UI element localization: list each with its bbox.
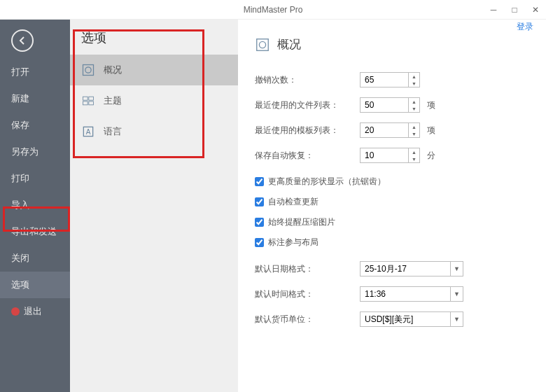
hq-shapes-checkbox[interactable]: 更高质量的形状显示（抗锯齿） — [255, 176, 532, 188]
currency-label: 默认货币单位： — [255, 314, 360, 326]
checkbox-label: 自动检查更新 — [268, 196, 318, 208]
spinner-up-icon[interactable]: ▲ — [409, 98, 419, 105]
recent-files-input[interactable] — [360, 97, 409, 113]
date-format-label: 默认日期格式： — [255, 263, 360, 275]
subpanel-item-language[interactable]: A 语言 — [70, 116, 238, 147]
sidebar-item-label: 打开 — [11, 66, 29, 78]
spinner-up-icon[interactable]: ▲ — [409, 148, 419, 155]
sidebar-item-label: 导入 — [11, 199, 29, 211]
content-panel: 概况 撤销次数： ▲▼ 最近使用的文件列表： ▲▼ 项 最近使用的模板列表： ▲… — [238, 20, 546, 392]
general-icon — [81, 63, 95, 77]
checkbox-input[interactable] — [255, 238, 264, 247]
autosave-input[interactable] — [360, 148, 409, 163]
date-format-combo[interactable]: ▼ — [360, 261, 463, 276]
general-icon — [255, 37, 270, 52]
app-title: MindMaster Pro — [244, 5, 303, 15]
checkbox-input[interactable] — [255, 177, 264, 186]
autosave-label: 保存自动恢复： — [255, 150, 360, 162]
arrow-left-icon — [17, 35, 28, 46]
recent-files-label: 最近使用的文件列表： — [255, 99, 360, 111]
maximize-button[interactable]: □ — [504, 0, 525, 20]
undo-label: 撤销次数： — [255, 74, 360, 86]
svg-rect-5 — [89, 102, 94, 105]
spinner-down-icon[interactable]: ▼ — [409, 155, 419, 162]
checkbox-input[interactable] — [255, 197, 264, 206]
recent-templates-spinner[interactable]: ▲▼ — [360, 122, 420, 138]
dropdown-icon[interactable]: ▼ — [451, 312, 463, 327]
spinner-down-icon[interactable]: ▼ — [409, 105, 419, 112]
time-format-combo[interactable]: ▼ — [360, 286, 463, 302]
sidebar-item-saveas[interactable]: 另存为 — [0, 139, 70, 165]
sidebar-item-export[interactable]: 导出和发送 — [0, 218, 70, 245]
svg-point-1 — [85, 67, 91, 73]
sidebar-item-label: 导出和发送 — [11, 225, 57, 238]
subpanel-item-label: 概况 — [104, 64, 122, 76]
subpanel-item-theme[interactable]: 主题 — [70, 85, 238, 116]
spinner-down-icon[interactable]: ▼ — [409, 130, 419, 137]
exit-indicator-icon — [11, 307, 20, 316]
unit-label: 项 — [427, 125, 435, 136]
options-subpanel: 选项 概况 主题 A 语言 — [70, 20, 238, 392]
autosave-spinner[interactable]: ▲▼ — [360, 148, 420, 163]
checkbox-label: 标注参与布局 — [268, 237, 318, 248]
sidebar-item-save[interactable]: 保存 — [0, 112, 70, 139]
svg-point-9 — [259, 41, 265, 48]
currency-input[interactable] — [360, 312, 451, 327]
subpanel-item-label: 语言 — [104, 125, 122, 138]
sidebar-item-label: 保存 — [11, 119, 29, 132]
recent-templates-input[interactable] — [360, 122, 409, 138]
sidebar-item-new[interactable]: 新建 — [0, 85, 70, 112]
content-title: 概况 — [277, 36, 301, 52]
svg-rect-2 — [83, 97, 88, 100]
checkbox-label: 更高质量的形状显示（抗锯齿） — [268, 176, 386, 188]
svg-rect-4 — [83, 102, 88, 105]
unit-label: 分 — [427, 150, 435, 162]
sidebar-item-import[interactable]: 导入 — [0, 192, 70, 218]
sidebar-item-exit[interactable]: 退出 — [0, 298, 70, 325]
sidebar-item-open[interactable]: 打开 — [0, 59, 70, 85]
sidebar-item-label: 退出 — [24, 305, 42, 318]
recent-templates-label: 最近使用的模板列表： — [255, 125, 360, 136]
theme-icon — [81, 94, 95, 108]
dropdown-icon[interactable]: ▼ — [451, 261, 463, 276]
subpanel-title: 选项 — [70, 29, 238, 55]
undo-spinner[interactable]: ▲▼ — [360, 72, 420, 88]
auto-update-checkbox[interactable]: 自动检查更新 — [255, 196, 532, 208]
sidebar-item-print[interactable]: 打印 — [0, 165, 70, 192]
compress-img-checkbox[interactable]: 始终提醒压缩图片 — [255, 216, 532, 228]
sidebar-item-label: 选项 — [11, 279, 29, 291]
recent-files-spinner[interactable]: ▲▼ — [360, 97, 420, 113]
sidebar-item-label: 打印 — [11, 172, 29, 185]
svg-rect-0 — [83, 65, 94, 76]
spinner-up-icon[interactable]: ▲ — [409, 123, 419, 130]
subpanel-item-label: 主题 — [104, 94, 122, 107]
currency-combo[interactable]: ▼ — [360, 312, 463, 327]
spinner-down-icon[interactable]: ▼ — [409, 80, 419, 87]
label-layout-checkbox[interactable]: 标注参与布局 — [255, 237, 532, 248]
close-button[interactable]: ✕ — [525, 0, 546, 20]
time-format-label: 默认时间格式： — [255, 288, 360, 300]
time-format-input[interactable] — [360, 286, 451, 302]
checkbox-label: 始终提醒压缩图片 — [268, 216, 335, 228]
svg-rect-8 — [257, 38, 269, 50]
language-icon: A — [81, 125, 95, 139]
back-button[interactable] — [11, 29, 34, 52]
undo-input[interactable] — [360, 72, 409, 88]
sidebar-item-options[interactable]: 选项 — [0, 272, 70, 298]
dropdown-icon[interactable]: ▼ — [451, 286, 463, 302]
subpanel-item-general[interactable]: 概况 — [70, 55, 238, 85]
svg-rect-3 — [89, 97, 94, 100]
sidebar: 打开 新建 保存 另存为 打印 导入 导出和发送 关闭 选项 退出 — [0, 20, 70, 392]
spinner-up-icon[interactable]: ▲ — [409, 73, 419, 80]
minimize-button[interactable]: ─ — [483, 0, 504, 20]
sidebar-item-label: 关闭 — [11, 252, 29, 265]
unit-label: 项 — [427, 99, 435, 111]
sidebar-item-label: 另存为 — [11, 146, 38, 158]
date-format-input[interactable] — [360, 261, 451, 276]
svg-text:A: A — [86, 128, 91, 136]
sidebar-item-label: 新建 — [11, 92, 29, 105]
checkbox-input[interactable] — [255, 218, 264, 227]
sidebar-item-close[interactable]: 关闭 — [0, 245, 70, 272]
